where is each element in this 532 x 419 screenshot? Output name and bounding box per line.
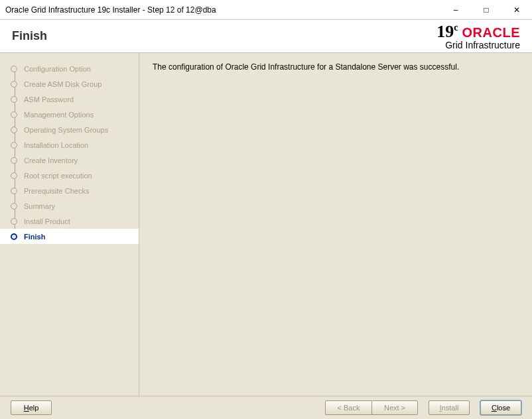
main-content: The configuration of Oracle Grid Infrast…: [139, 53, 532, 396]
step-label: Configuration Option: [24, 65, 91, 73]
window-title: Oracle Grid Infrastructure 19c Installer…: [5, 5, 440, 15]
step-root-script-execution: Root script execution: [0, 168, 139, 183]
step-dot-icon: [11, 218, 17, 225]
step-label: Management Options: [24, 111, 94, 119]
next-button: Next >: [371, 400, 418, 415]
step-asm-password: ASM Password: [0, 91, 139, 107]
brand-logo: 19c ORACLE Grid Infrastructure: [436, 23, 520, 50]
minimize-button[interactable]: –: [440, 0, 471, 20]
brand-product: Grid Infrastructure: [436, 40, 520, 50]
help-button[interactable]: Help: [11, 400, 52, 415]
step-dot-icon: [11, 66, 17, 72]
step-dot-icon: [11, 203, 17, 210]
page-title: Finish: [12, 29, 436, 43]
step-label: Summary: [24, 202, 55, 210]
step-dot-icon: [11, 81, 17, 88]
body: Configuration Option Create ASM Disk Gro…: [0, 53, 532, 396]
window-controls: – □ ✕: [440, 0, 532, 20]
step-label: Prerequisite Checks: [24, 187, 89, 195]
sidebar: Configuration Option Create ASM Disk Gro…: [0, 53, 139, 396]
close-button[interactable]: Close: [480, 400, 521, 415]
step-label: Create ASM Disk Group: [24, 80, 101, 88]
step-dot-icon: [11, 188, 17, 194]
step-label: ASM Password: [24, 95, 74, 103]
step-configuration-option: Configuration Option: [0, 61, 139, 76]
step-label: Install Product: [24, 217, 70, 225]
install-button: Install: [429, 400, 470, 415]
status-message: The configuration of Oracle Grid Infrast…: [153, 62, 519, 72]
step-label: Create Inventory: [24, 156, 78, 164]
step-label: Finish: [24, 233, 45, 241]
brand-name: ORACLE: [462, 26, 520, 39]
step-dot-icon: [11, 111, 17, 118]
step-label: Root script execution: [24, 172, 92, 180]
step-create-asm-disk-group: Create ASM Disk Group: [0, 76, 139, 91]
maximize-button[interactable]: □: [471, 0, 501, 20]
nav-button-group: < Back Next >: [325, 400, 418, 415]
footer: Help < Back Next > Install Close: [0, 396, 532, 419]
step-operating-system-groups: Operating System Groups: [0, 122, 139, 137]
step-finish: Finish: [0, 229, 139, 244]
step-prerequisite-checks: Prerequisite Checks: [0, 183, 139, 198]
step-label: Installation Location: [24, 141, 88, 149]
back-button: < Back: [325, 400, 371, 415]
step-create-inventory: Create Inventory: [0, 152, 139, 168]
step-dot-icon: [11, 233, 17, 240]
step-management-options: Management Options: [0, 107, 139, 122]
step-dot-icon: [11, 142, 17, 149]
step-summary: Summary: [0, 198, 139, 213]
header: Finish 19c ORACLE Grid Infrastructure: [0, 20, 532, 53]
step-list: Configuration Option Create ASM Disk Gro…: [0, 61, 139, 244]
step-dot-icon: [11, 96, 17, 103]
step-install-product: Install Product: [0, 213, 139, 229]
step-installation-location: Installation Location: [0, 137, 139, 152]
brand-version: 19c: [436, 23, 458, 40]
step-dot-icon: [11, 157, 17, 164]
step-dot-icon: [11, 172, 17, 179]
step-dot-icon: [11, 127, 17, 133]
close-window-button[interactable]: ✕: [501, 0, 532, 20]
step-label: Operating System Groups: [24, 126, 108, 134]
titlebar: Oracle Grid Infrastructure 19c Installer…: [0, 0, 532, 20]
